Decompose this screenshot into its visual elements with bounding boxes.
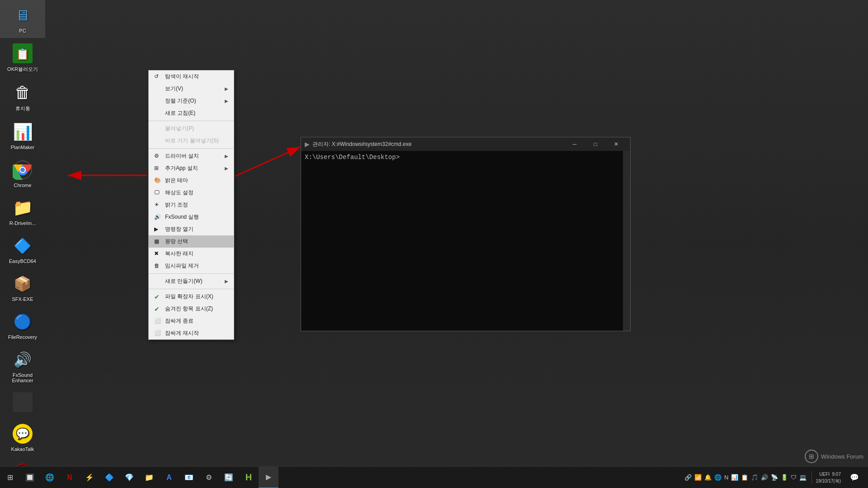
brightness-icon: ☀ bbox=[154, 202, 161, 209]
tray-icon-12[interactable]: 🛡 bbox=[789, 473, 798, 482]
okr-blue-icon: 📋 bbox=[12, 42, 33, 64]
menu-item-paste-shortcut: 바로 가기 붙여넣기(S) bbox=[149, 135, 234, 147]
taskbar-btn-a[interactable]: A bbox=[159, 467, 179, 488]
desktop-icon-kakaotalk-label: KakaoTalk bbox=[11, 446, 34, 452]
menu-item-sort[interactable]: 정렬 기준(O) ▶ bbox=[149, 95, 234, 107]
taskbar-clock[interactable]: UEFI 9:07 19/10/17(목) bbox=[816, 471, 841, 484]
desktop-icon-filerecovery[interactable]: 🔵 FileRecovery bbox=[0, 306, 45, 344]
menu-item-show-hidden[interactable]: ✔ 숨겨진 항목 표시(Z) bbox=[149, 303, 234, 315]
menu-item-restart[interactable]: ⬜ 잠싸게 재시작 bbox=[149, 327, 234, 339]
windows-forum-watermark: ⊞ Windows Forum bbox=[805, 450, 863, 463]
menu-item-resolution-label: 해상도 설정 bbox=[165, 189, 193, 197]
desktop-icon-rdrive[interactable]: 📁 R-DriveIm... bbox=[0, 192, 45, 230]
taskbar-btn-search[interactable]: 🔲 bbox=[20, 467, 40, 488]
tray-icon-3[interactable]: 🔔 bbox=[703, 473, 713, 482]
sfx-icon: 📦 bbox=[12, 273, 33, 295]
menu-item-refresh2[interactable]: 새로 고침(E) bbox=[149, 107, 234, 119]
desktop-icon-pc[interactable]: 🖥 PC bbox=[0, 0, 45, 38]
menu-item-paste: 붙여넣기(P) bbox=[149, 122, 234, 135]
cmd-minimize-button[interactable]: ─ bbox=[564, 137, 585, 151]
menu-separator-1 bbox=[149, 121, 234, 121]
taskbar-btn-thunder[interactable]: ⚡ bbox=[80, 467, 99, 488]
menu-item-refresh[interactable]: ↺ 탐색이 재시작 bbox=[149, 70, 234, 83]
windows-forum-logo: ⊞ bbox=[805, 450, 818, 463]
menu-item-copy-cancel[interactable]: ✖ 복사한 래지 bbox=[149, 248, 234, 260]
taskbar-btn-refresh[interactable]: 🔄 bbox=[219, 467, 239, 488]
menu-item-sort-label: 정렬 기준(O) bbox=[165, 97, 196, 105]
view-icon bbox=[154, 85, 161, 93]
desktop-icon-trash[interactable]: 🗑 휴지통 bbox=[0, 77, 45, 117]
tray-icon-4[interactable]: 🌐 bbox=[713, 473, 723, 482]
desktop-icon-blank[interactable] bbox=[0, 388, 45, 418]
clock-time: UEFI 9:07 bbox=[816, 471, 841, 478]
desktop-icon-kakaotalk[interactable]: 💬 KakaoTalk bbox=[0, 418, 45, 456]
desktop-icon-easybcd-label: EasyBCD64 bbox=[9, 258, 36, 264]
wallpaper-icon: 🎨 bbox=[154, 177, 161, 184]
show-hidden-check-icon: ✔ bbox=[154, 305, 161, 313]
menu-item-add-app-label: 추가App 설치 bbox=[165, 164, 198, 172]
chrome-icon bbox=[12, 159, 33, 181]
taskbar-btn-folder[interactable]: 📁 bbox=[139, 467, 159, 488]
taskbar: ⊞ 🔲 🌐 N ⚡ 🔷 💎 📁 A 📧 ⚙ 🔄 H ▶ 🔗 📶 🔔 � bbox=[0, 466, 868, 488]
tray-icon-6[interactable]: 📊 bbox=[730, 473, 740, 482]
menu-item-wallpaper[interactable]: 🎨 밝은 테마 bbox=[149, 174, 234, 187]
tray-icon-8[interactable]: 🎵 bbox=[750, 473, 760, 482]
menu-item-show-ext-label: 파일 확장자 표시(X) bbox=[165, 293, 213, 300]
notifications-button[interactable]: 💬 bbox=[844, 467, 864, 488]
desktop-icon-planmaker-label: PlanMaker bbox=[11, 145, 35, 150]
menu-item-temp-remove[interactable]: 🗑 임시파일 제거 bbox=[149, 260, 234, 272]
tray-icon-2[interactable]: 📶 bbox=[693, 473, 703, 482]
cmd-maximize-button[interactable]: □ bbox=[585, 137, 606, 151]
desktop-icon-okr-blue[interactable]: 📋 OKR블러오기 bbox=[0, 38, 45, 77]
desktop-icon-okr-blue-label: OKR블러오기 bbox=[7, 66, 38, 73]
rdrive-icon: 📁 bbox=[12, 197, 33, 219]
resolution-icon: 🖵 bbox=[154, 189, 161, 197]
desktop-icon-chrome[interactable]: Chrome bbox=[0, 155, 45, 192]
menu-item-new[interactable]: 새로 만들기(W) ▶ bbox=[149, 275, 234, 287]
cmd-scrollbar[interactable] bbox=[623, 151, 630, 331]
menu-item-restart-label: 잠싸게 재시작 bbox=[165, 329, 199, 337]
menu-item-driver[interactable]: ⚙ 드라이버 설치 ▶ bbox=[149, 150, 234, 162]
desktop-icon-easybcd[interactable]: 🔷 EasyBCD64 bbox=[0, 230, 45, 268]
cmd-select-icon: ▦ bbox=[154, 238, 161, 245]
tray-icon-1[interactable]: 🔗 bbox=[683, 473, 693, 482]
menu-item-cmd-open[interactable]: ▶ 명령창 열기 bbox=[149, 223, 234, 235]
menu-item-add-app[interactable]: ⊞ 추가App 설치 ▶ bbox=[149, 162, 234, 174]
cmd-content[interactable]: X:\Users\Default\Desktop> bbox=[301, 151, 630, 331]
taskbar-btn-h[interactable]: H bbox=[239, 467, 259, 488]
kakaotalk-icon: 💬 bbox=[12, 423, 33, 445]
taskbar-btn-gear[interactable]: ⚙ bbox=[199, 467, 219, 488]
cmd-window[interactable]: ▶ 관리자: X:#Windows#system32#cmd.exe ─ □ ✕… bbox=[301, 137, 631, 331]
svg-text:📋: 📋 bbox=[16, 47, 29, 61]
menu-item-refresh2-label: 새로 고침(E) bbox=[165, 109, 195, 117]
start-button[interactable]: ⊞ bbox=[0, 467, 20, 488]
taskbar-btn-gem[interactable]: 💎 bbox=[119, 467, 139, 488]
cmd-close-button[interactable]: ✕ bbox=[606, 137, 627, 151]
menu-item-resolution[interactable]: 🖵 해상도 설정 bbox=[149, 187, 234, 199]
menu-item-close[interactable]: ⬜ 잠싸게 종료 bbox=[149, 315, 234, 327]
menu-item-brightness[interactable]: ☀ 밝기 조정 bbox=[149, 199, 234, 211]
menu-item-cmd-select[interactable]: ▦ 몽땅 선택 bbox=[149, 235, 234, 248]
tray-icon-11[interactable]: 🔋 bbox=[779, 473, 789, 482]
desktop-icon-planmaker[interactable]: 📊 PlanMaker bbox=[0, 117, 45, 155]
taskbar-btn-mail[interactable]: 📧 bbox=[179, 467, 199, 488]
desktop-icon-trash-label: 휴지통 bbox=[15, 105, 30, 112]
sort-arrow-icon: ▶ bbox=[225, 99, 228, 103]
desktop-icon-sfx[interactable]: 📦 SFX-EXE bbox=[0, 268, 45, 306]
tray-icon-5[interactable]: N bbox=[723, 473, 730, 482]
tray-icon-13[interactable]: 💻 bbox=[798, 473, 808, 482]
menu-item-view[interactable]: 보기(V) ▶ bbox=[149, 83, 234, 95]
filerecovery-icon: 🔵 bbox=[12, 311, 33, 333]
taskbar-btn-ie[interactable]: 🌐 bbox=[40, 467, 60, 488]
tray-icon-7[interactable]: 📋 bbox=[740, 473, 750, 482]
taskbar-btn-cmd[interactable]: ▶ bbox=[259, 467, 278, 488]
temp-remove-icon: 🗑 bbox=[154, 263, 161, 270]
menu-item-wallpaper-label: 밝은 테마 bbox=[165, 177, 188, 184]
taskbar-btn-diamond[interactable]: 🔷 bbox=[99, 467, 119, 488]
taskbar-btn-n[interactable]: N bbox=[60, 467, 80, 488]
tray-icon-9[interactable]: 🔊 bbox=[760, 473, 769, 482]
menu-item-fxsound[interactable]: 🔊 FxSound 실행 bbox=[149, 211, 234, 223]
desktop-icon-fxsound[interactable]: 🔊 FxSound Enhancer bbox=[0, 344, 45, 388]
menu-item-show-ext[interactable]: ✔ 파일 확장자 표시(X) bbox=[149, 291, 234, 303]
tray-icon-10[interactable]: 📡 bbox=[769, 473, 779, 482]
